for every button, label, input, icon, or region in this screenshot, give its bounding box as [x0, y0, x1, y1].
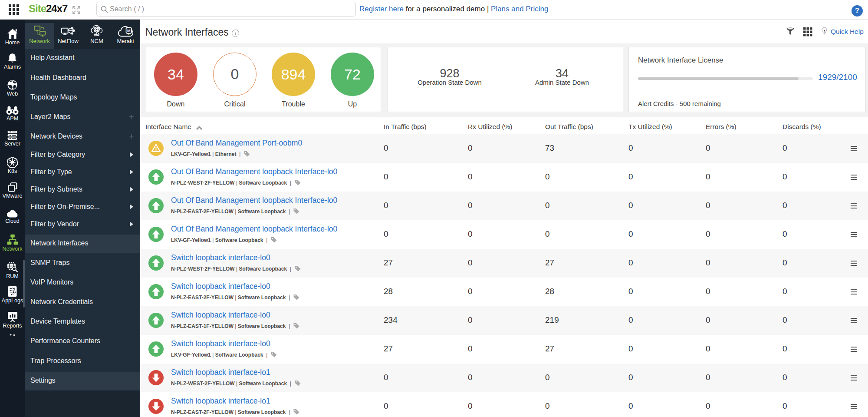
- svg-text:M: M: [127, 29, 131, 33]
